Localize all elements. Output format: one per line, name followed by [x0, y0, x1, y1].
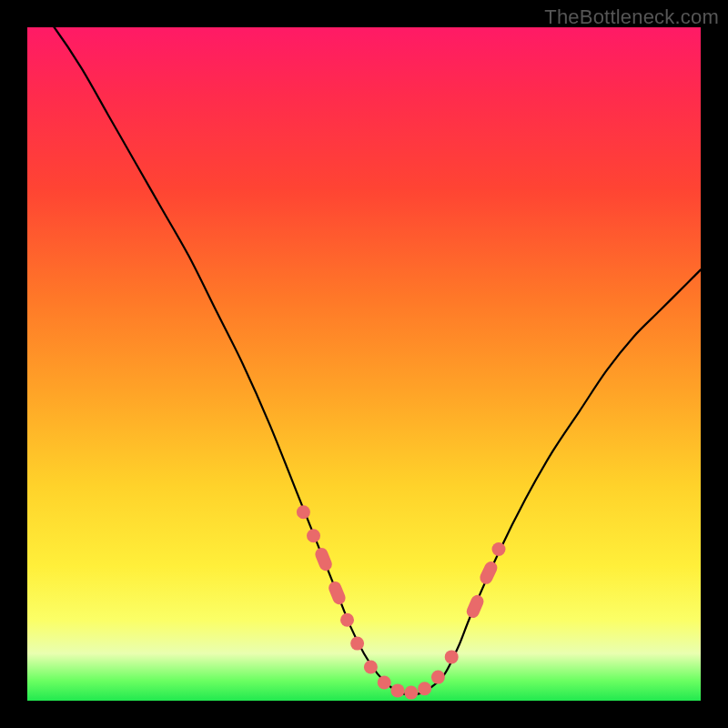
attribution-label: TheBottleneck.com — [544, 5, 719, 29]
curve-marker — [492, 542, 506, 556]
curve-marker — [445, 650, 459, 663]
plot-area — [27, 27, 701, 701]
curve-marker — [340, 613, 354, 627]
curve-marker — [378, 676, 391, 690]
curve-marker — [391, 683, 405, 697]
curve-markers — [297, 505, 506, 699]
curve-marker — [350, 637, 364, 651]
curve-marker — [364, 661, 378, 674]
curve-marker — [431, 671, 445, 684]
curve-marker — [297, 505, 310, 519]
curve-marker — [478, 560, 500, 586]
curve-marker — [418, 682, 431, 695]
curve-marker — [307, 529, 320, 542]
curve-marker — [327, 580, 348, 606]
curve-marker — [465, 593, 486, 620]
curve-marker — [404, 686, 418, 700]
curve-marker — [313, 546, 334, 572]
bottleneck-curve — [27, 0, 701, 695]
chart-svg — [27, 27, 701, 701]
chart-frame: TheBottleneck.com — [0, 0, 728, 728]
